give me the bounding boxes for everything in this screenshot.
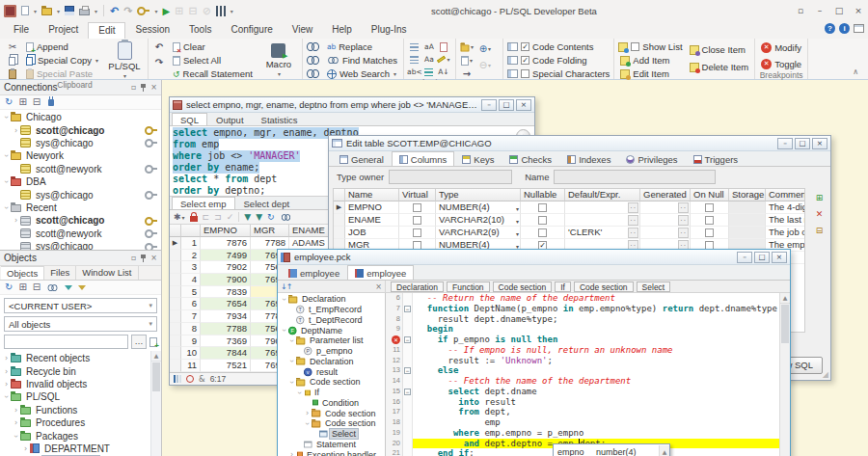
undo-icon[interactable]: ↶ — [152, 40, 166, 53]
cell-name[interactable]: ENAME — [345, 214, 399, 227]
cell-generated[interactable]: ·· — [640, 201, 691, 214]
clear-button[interactable]: Clear — [171, 40, 255, 53]
tree-item-t-deptrecord[interactable]: t_DeptRecord — [278, 315, 385, 326]
menu-tab-plug-ins[interactable]: Plug-Ins — [362, 22, 417, 39]
cell-empno[interactable]: 7369 — [201, 335, 251, 348]
breadcrumb-if[interactable]: If — [555, 282, 571, 292]
expander-icon[interactable]: › — [287, 336, 296, 345]
expander-icon[interactable]: › — [280, 295, 288, 304]
tree-item-sys-chicago[interactable]: sys@chicago — [0, 240, 161, 250]
cell-nullable[interactable] — [521, 201, 565, 214]
resize-grip[interactable]: ◢ — [823, 370, 828, 379]
type-dropdown-icon[interactable]: ▾ — [516, 228, 519, 239]
column-header-storage[interactable]: Storage — [729, 189, 766, 201]
sql-window-titlebar[interactable]: select empno, mgr, ename, deptno from em… — [170, 97, 534, 113]
tree-item-packages[interactable]: ›Packages — [0, 429, 150, 442]
type-dropdown-icon[interactable]: ▾ — [516, 203, 519, 214]
edit-table-titlebar[interactable]: Edit table SCOTT.EMP@CHICAGO – □ × — [329, 136, 830, 151]
object-filter-input[interactable] — [4, 335, 128, 349]
cell-comments[interactable]: The job of the employee·· — [766, 227, 805, 239]
navigate-back-icon[interactable]: ⊖▾ — [478, 59, 492, 71]
search-results-icon[interactable] — [282, 214, 290, 220]
fetch-next-page-icon[interactable]: ▼ — [244, 212, 251, 222]
close-item-button[interactable]: Close Item — [688, 43, 751, 56]
special-copy-button[interactable]: Special Copy▾ — [24, 54, 100, 67]
cell-type[interactable]: NUMBER(4)▾ — [436, 201, 521, 214]
code-folding-toggle[interactable]: ✓Code Folding — [507, 54, 610, 67]
tree-item-chicago[interactable]: ›Chicago — [0, 111, 161, 123]
add-row-icon[interactable]: ⊞ — [813, 192, 826, 203]
fold-toggle-icon[interactable]: − — [403, 387, 413, 397]
expander-icon[interactable]: › — [21, 444, 30, 453]
modify-breakpoint-button[interactable]: ✕Modify — [759, 41, 803, 54]
find-previous-icon[interactable] — [307, 67, 320, 80]
expander-icon[interactable]: › — [303, 409, 312, 417]
cell-empno[interactable]: 7839 — [201, 286, 251, 299]
refresh-icon[interactable]: ↻ — [5, 97, 13, 107]
expander-icon[interactable]: › — [2, 203, 11, 212]
tab-keys[interactable]: Keys — [454, 151, 502, 166]
maximize-button[interactable]: □ — [754, 252, 770, 263]
column-header-on-null[interactable]: On Null — [691, 189, 729, 201]
cell-mgr[interactable]: 7788 — [251, 237, 289, 250]
add-item-button[interactable]: Add Item — [618, 54, 682, 67]
cell-default[interactable]: ·· — [565, 214, 640, 227]
paste-icon[interactable] — [6, 67, 19, 80]
toggle-breakpoint-button[interactable]: ✕Toggle — [759, 58, 803, 70]
code-editor-scrollbar[interactable]: ▲ — [779, 293, 790, 456]
uppercase-icon[interactable]: aA — [422, 40, 436, 53]
code-line[interactable]: 13− else — [386, 365, 779, 376]
column-header-type[interactable]: Type — [436, 189, 521, 201]
menu-tab-project[interactable]: Project — [39, 22, 88, 39]
tree-item-declaration[interactable]: ›Declaration — [278, 294, 385, 305]
tree-item-scott-chicago[interactable]: ›scott@chicago — [0, 214, 161, 227]
column-header-default-expr[interactable]: Default/Expr. — [565, 189, 640, 201]
object-type-select[interactable]: All objects▾ — [4, 316, 157, 332]
collapse-ribbon-icon[interactable]: ∧ — [853, 67, 858, 76]
cell-comments[interactable]: The 4-digit number of the employee·· — [766, 201, 805, 214]
code-line[interactable]: 15− select dept.dname — [386, 387, 779, 397]
close-button[interactable]: × — [516, 99, 531, 111]
expander-icon[interactable]: › — [287, 357, 296, 365]
column-header-blank[interactable] — [334, 189, 345, 201]
fold-toggle-icon[interactable]: − — [403, 335, 413, 345]
execute-icon[interactable]: ▶ — [163, 6, 171, 16]
minimize-button[interactable]: – — [481, 99, 497, 111]
type-name-field[interactable] — [554, 170, 716, 184]
tree-item-statement[interactable]: Statement — [278, 440, 385, 450]
virtual-checkbox[interactable] — [413, 228, 421, 237]
on-null-checkbox[interactable] — [705, 216, 714, 225]
maximize-button[interactable]: □ — [499, 99, 514, 111]
navigate-forward-icon[interactable]: ⊕▾ — [478, 42, 492, 55]
info-icon[interactable]: i — [839, 23, 850, 34]
preferences-sliders-icon[interactable] — [216, 6, 226, 16]
menu-tab-view[interactable]: View — [283, 22, 323, 39]
tab-privileges[interactable]: Privileges — [618, 151, 685, 166]
tab-indexes[interactable]: Indexes — [559, 151, 618, 166]
cell-empno[interactable]: 7499 — [201, 250, 251, 262]
commit-icon[interactable]: ⊞ — [175, 5, 183, 17]
redo-icon[interactable]: ↷ — [152, 56, 166, 68]
filter-browse-button[interactable]: … — [131, 335, 147, 349]
menu-tab-edit[interactable]: Edit — [88, 22, 125, 39]
virtual-checkbox[interactable] — [413, 203, 421, 212]
print-icon[interactable] — [79, 9, 90, 15]
maximize-button[interactable]: □ — [795, 138, 810, 149]
tab-employee[interactable]: employee — [347, 265, 414, 280]
tree-item-code-section[interactable]: ›Code section — [278, 377, 385, 388]
tree-item-if[interactable]: ›If — [278, 388, 385, 398]
table-row[interactable]: ENAMEVARCHAR2(10)▾····The last name of t… — [334, 214, 804, 227]
table-row[interactable]: JOBVARCHAR2(9)▾'CLERK'····The job of the… — [334, 227, 804, 239]
cell-empno[interactable]: 7788 — [201, 323, 251, 335]
minimize-button[interactable]: – — [777, 138, 793, 149]
cell-generated[interactable]: ·· — [640, 214, 691, 227]
cell-empno[interactable]: 7521 — [201, 360, 251, 372]
menu-tab-file[interactable]: File — [4, 22, 39, 39]
logon-key-icon[interactable] — [137, 7, 149, 14]
expander-icon[interactable]: › — [12, 418, 20, 427]
expand-all-icon[interactable]: ⊞ — [18, 97, 26, 107]
set-bookmark-icon[interactable]: ▾ — [460, 40, 474, 53]
close-panel-icon[interactable]: × — [150, 254, 157, 262]
last-record-icon[interactable]: ⊐ — [214, 212, 222, 222]
code-line[interactable]: 8 result dept.dname%type; — [386, 314, 779, 325]
